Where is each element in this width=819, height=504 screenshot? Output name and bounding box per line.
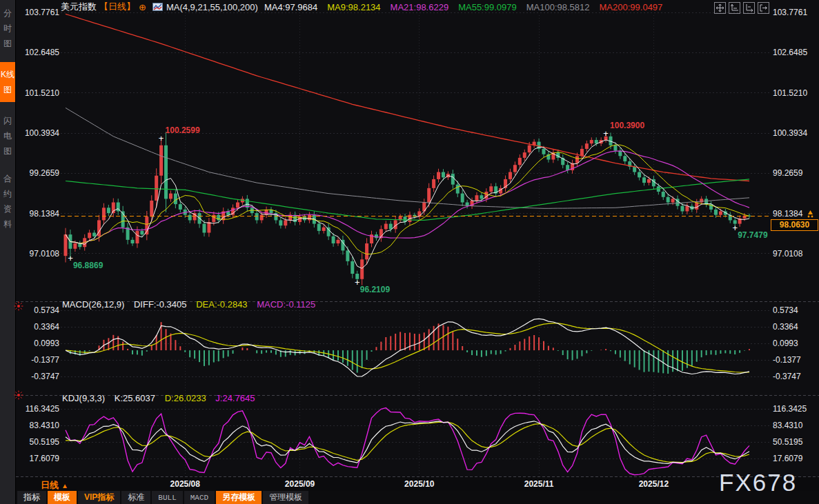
ma-value-label: MA55:99.0979 [458,2,517,12]
period-tag[interactable]: 【日线】 [99,1,135,13]
y-axis-label-left-kdj: 83.4310 [17,421,59,430]
sidebar-tab-item[interactable]: 分时图 [0,4,15,52]
y-axis-label-left-main: 103.7761 [17,8,59,17]
y-axis-label-right-main: 103.7761 [773,8,818,17]
y-axis-label-right-main: 102.6485 [773,48,818,57]
y-axis-label-right-macd: 0.3364 [773,322,818,332]
chart-header: 美元指数 【日线】 ⊕ MA(4,9,21,55,100,200) MA4:97… [61,1,662,13]
ma-params-label: MA(4,9,21,55,100,200) [166,2,258,12]
y-axis-label-left-main: 99.2659 [17,168,59,178]
x-axis-label: 2025/08 [170,479,200,489]
chart-type-sidebar: 分时图K线图闪电图合约资料 [0,0,16,504]
y-axis-label-right-main: 100.3934 [773,128,818,138]
y-axis-label-left-kdj: 50.5195 [17,437,59,447]
y-axis-label-left-main: 97.0108 [17,249,59,259]
x-axis-label: 2025/09 [285,479,315,489]
ma-value-label: MA21:98.6229 [391,2,449,12]
x-axis-label: 2025/12 [639,479,669,489]
extremum-marker: + [603,128,609,139]
kdj-header: KDJ(9,3,3) K:25.6037 D:26.0233 J:24.7645 [62,393,262,403]
price-annotation-high: 100.3900 [610,121,644,130]
kdj-params-label: KDJ(9,3,3) [62,393,105,403]
ma-values-group: MA4:97.9684MA9:98.2134MA21:98.6229MA55:9… [264,2,662,12]
chart-toolbar [714,2,769,14]
y-axis-label-right-main: 101.5210 [773,88,818,98]
macd-indicator-alert-icon[interactable] [14,301,23,314]
y-axis-label-right-macd: 0.5734 [773,305,818,315]
y-axis-label-left-kdj: 116.3425 [17,404,59,414]
ma-value-label: MA100:98.5812 [526,2,590,12]
chart-style-icon[interactable] [152,3,163,11]
x-axis-label: 2025/10 [404,479,434,489]
price-annotation-low: 96.8869 [73,261,103,270]
extremum-marker: + [159,132,164,143]
x-axis-row: 日线▲ 2025/082025/092025/102025/112025/12 [16,477,819,491]
y-axis-label-right-macd: -0.3747 [773,372,818,381]
y-axis-label-right-kdj: 17.6079 [773,454,818,463]
add-indicator-icon[interactable]: ⊕ [139,2,146,12]
macd-dea-value: DEA:-0.2843 [196,299,247,310]
watermark-logo: FX678 [719,469,797,496]
price-annotation-high: 100.2599 [166,125,200,135]
y-axis-label-right-macd: -0.1377 [773,355,818,365]
last-price-box[interactable]: 98.0630 [771,219,818,231]
y-axis-label-right-kdj: 116.3425 [773,404,818,414]
y-axis-label-left-macd: -0.1377 [17,355,59,365]
y-axis-scale-icon[interactable] [729,2,740,14]
kdj-indicator-alert-icon[interactable] [14,390,23,403]
y-axis-label-left-kdj: 17.6079 [17,454,59,463]
y-axis-label-right-kdj: 83.4310 [773,421,818,430]
extremum-marker: + [355,277,360,288]
y-axis-label-left-main: 98.1384 [17,209,59,219]
price-annotation-low: 97.7479 [738,230,767,240]
footer-tab[interactable]: 指标 [17,491,46,504]
y-axis-label-left-main: 102.6485 [17,48,59,57]
macd-diff-value: DIFF:-0.3405 [134,299,187,310]
y-axis-label-right-main: 97.0108 [773,249,818,259]
footer-tab[interactable]: 另存模板 [216,491,262,504]
price-chart-canvas[interactable] [0,0,819,504]
y-axis-label-right-main: 99.2659 [773,168,818,178]
ma-value-label: MA9:98.2134 [327,2,380,12]
period-arrow-icon: ▲ [61,482,68,490]
y-axis-label-left-main: 100.3934 [17,128,59,138]
x-axis-label: 2025/11 [524,479,554,489]
macd-macd-value: MACD:-0.1125 [257,299,315,310]
sidebar-tab-item[interactable]: 闪电图 [0,112,15,160]
y-axis-label-left-macd: -0.3747 [17,372,59,381]
symbol-title: 美元指数 [61,1,97,13]
y-axis-label-right-macd: 0.0993 [773,339,818,348]
kdj-d-value: D:26.0233 [165,393,206,403]
y-axis-label-left-macd: 0.3364 [17,322,59,332]
period-selector[interactable]: 日线▲ [41,479,68,492]
indicator-tabbar: 指标模板VIP指标标准BULLMACD另存模板管理模板 [16,491,819,504]
ma-value-label: MA4:97.9684 [264,2,317,12]
y-axis-label-left-macd: 0.0993 [17,339,59,348]
chart-application-window: 分时图K线图闪电图合约资料 美元指数 【日线】 ⊕ MA(4,9,21,55,1… [0,0,819,504]
y-axis-label-right-kdj: 50.5195 [773,437,818,447]
extremum-marker: + [68,253,73,263]
extremum-marker: + [732,222,738,232]
price-annotation-low: 96.2109 [360,285,390,294]
footer-tab[interactable]: 标准 [121,491,150,504]
y-axis-label-left-main: 101.5210 [17,88,59,98]
footer-tab[interactable]: MACD [184,491,215,504]
kdj-k-value: K:25.6037 [115,393,155,403]
footer-tab[interactable]: 模板 [48,491,77,504]
kdj-j-value: J:24.7645 [215,393,255,403]
ma-value-label: MA200:99.0497 [600,2,663,12]
x-axis-scale-icon[interactable] [743,2,755,14]
macd-header: MACD(26,12,9) DIFF:-0.3405 DEA:-0.2843 M… [62,299,322,310]
period-label: 日线 [41,480,59,490]
footer-tab[interactable]: 管理模板 [263,491,308,504]
export-chart-icon[interactable] [758,2,769,14]
sidebar-tab-item[interactable]: 合约资料 [0,170,15,233]
macd-params-label: MACD(26,12,9) [62,299,124,310]
footer-tab[interactable]: VIP指标 [78,491,120,504]
sidebar-tab-active[interactable]: K线图 [0,62,15,102]
crosshair-tool-icon[interactable] [714,2,726,14]
footer-tab[interactable]: BULL [152,491,182,504]
